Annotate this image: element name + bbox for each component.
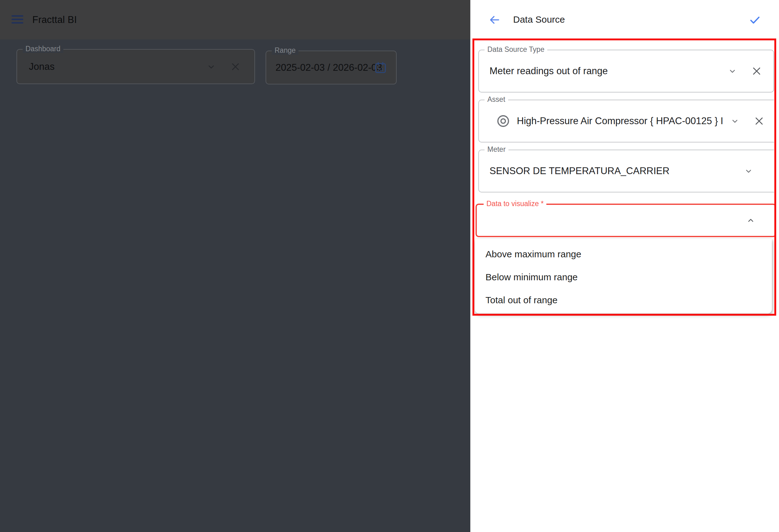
check-icon[interactable] <box>748 14 761 26</box>
range-field-value: 2025-02-03 / 2026-02-03 <box>276 62 382 73</box>
chevron-down-icon[interactable] <box>730 116 740 126</box>
range-field[interactable]: Range 2025-02-03 / 2026-02-03 <box>265 51 397 84</box>
meter-field[interactable]: Meter SENSOR DE TEMPERATURA_CARRIER <box>478 150 774 192</box>
meter-value: SENSOR DE TEMPERATURA_CARRIER <box>489 165 669 177</box>
data-source-type-value: Meter readings out of range <box>489 65 608 77</box>
chevron-down-icon[interactable] <box>743 166 754 176</box>
clear-icon[interactable] <box>230 61 241 73</box>
option-above-maximum-range[interactable]: Above maximum range <box>475 243 772 266</box>
dashboard-field-label: Dashboard <box>23 45 63 53</box>
data-to-visualize-dropdown: Above maximum range Below minimum range … <box>475 239 772 314</box>
clear-icon[interactable] <box>753 115 765 127</box>
top-app-bar: Fracttal BI <box>0 0 470 40</box>
chevron-down-icon[interactable] <box>727 66 737 76</box>
range-field-label: Range <box>272 46 298 55</box>
dashboard-select-field[interactable]: Dashboard Jonas <box>16 49 255 84</box>
chevron-up-icon[interactable] <box>746 215 756 225</box>
panel-header: Data Source <box>471 0 779 40</box>
back-arrow-icon[interactable] <box>488 14 501 26</box>
chevron-down-icon[interactable] <box>206 61 217 72</box>
asset-field[interactable]: Asset High-Pressure Air Compressor { HPA… <box>478 99 774 142</box>
data-source-type-label: Data Source Type <box>485 45 547 54</box>
option-total-out-of-range[interactable]: Total out of range <box>475 289 772 312</box>
dimmed-main-area: Fracttal BI Dashboard Jonas Range 2025-0… <box>0 0 470 532</box>
screen: Fracttal BI Dashboard Jonas Range 2025-0… <box>0 0 779 532</box>
data-source-type-field[interactable]: Data Source Type Meter readings out of r… <box>478 50 774 92</box>
clear-icon[interactable] <box>751 65 763 77</box>
option-below-minimum-range[interactable]: Below minimum range <box>475 266 772 289</box>
data-to-visualize-field[interactable]: Data to visualize * <box>476 204 776 237</box>
data-to-visualize-label: Data to visualize * <box>484 200 546 208</box>
target-icon <box>496 114 511 129</box>
meter-label: Meter <box>485 145 508 154</box>
menu-icon[interactable] <box>11 15 23 24</box>
panel-title: Data Source <box>513 14 565 25</box>
app-title: Fracttal BI <box>32 14 77 25</box>
calendar-icon[interactable] <box>374 61 387 74</box>
data-source-panel: Data Source Data Source Type Meter readi… <box>470 0 779 532</box>
dashboard-field-value: Jonas <box>29 61 55 72</box>
asset-label: Asset <box>485 95 508 104</box>
asset-value: High-Pressure Air Compressor { HPAC-0012… <box>517 116 723 127</box>
